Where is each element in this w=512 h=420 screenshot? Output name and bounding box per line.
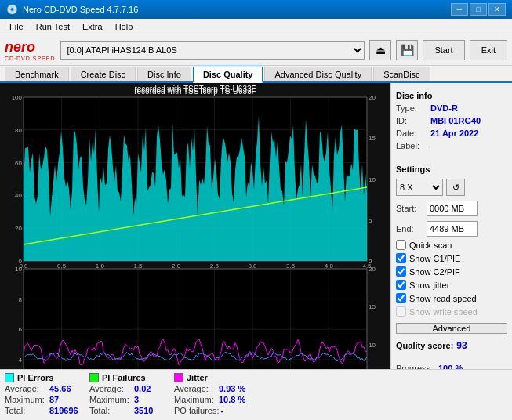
maximize-button[interactable]: □ xyxy=(470,3,487,16)
tabs-bar: Benchmark Create Disc Disc Info Disc Qua… xyxy=(0,66,512,83)
charts-area: recorded with TSSTcorp TS-U633F xyxy=(0,83,390,369)
show-c1-label: Show C1/PIE xyxy=(409,254,460,263)
jitter-group: Jitter Average: 9.93 % Maximum: 10.8 % P… xyxy=(174,373,252,417)
end-mb-row: End: xyxy=(396,221,507,237)
nero-sub-logo: CD·DVD SPEED xyxy=(5,56,56,61)
pi-max-value: 87 xyxy=(49,395,59,404)
eject-button[interactable]: ⏏ xyxy=(369,40,391,60)
pif-total-value: 3510 xyxy=(134,406,153,415)
menu-file[interactable]: File xyxy=(3,20,30,33)
chart-title: recorded with TSSTcorp TS-U633F xyxy=(134,85,256,93)
disc-info-title: Disc info xyxy=(396,91,507,100)
show-write-checkbox xyxy=(396,306,406,317)
save-button[interactable]: 💾 xyxy=(396,40,418,60)
settings-title: Settings xyxy=(396,165,507,174)
disc-id-row: ID: MBI 01RG40 xyxy=(396,116,507,125)
progress-rows: Progress: 100 % Position: 4488 MB Speed:… xyxy=(396,364,507,369)
pi-failures-group: PI Failures Average: 0.02 Maximum: 3 Tot… xyxy=(89,373,168,417)
menu-run-test[interactable]: Run Test xyxy=(30,20,76,33)
quick-scan-checkbox[interactable] xyxy=(396,240,406,250)
jit-max-label: Maximum: xyxy=(174,395,217,404)
start-mb-row: Start: xyxy=(396,201,507,216)
pif-max-row: Maximum: 3 xyxy=(89,395,168,404)
minimize-button[interactable]: ─ xyxy=(451,3,468,16)
po-failures-value: - xyxy=(220,406,223,415)
drive-select[interactable]: [0:0] ATAPI iHAS124 B AL0S xyxy=(60,41,365,60)
jitter-legend xyxy=(174,373,183,382)
pi-errors-title: PI Errors xyxy=(17,373,53,382)
start-button[interactable]: Start xyxy=(423,40,464,60)
show-write-label: Show write speed xyxy=(409,307,478,317)
po-failures-row: PO failures: - xyxy=(174,406,252,415)
tab-scan-disc[interactable]: ScanDisc xyxy=(373,67,430,81)
speed-row: 8 X ↺ xyxy=(396,179,507,196)
pi-max-label: Maximum: xyxy=(5,395,48,404)
stats-bar: PI Errors Average: 45.66 Maximum: 87 Tot… xyxy=(0,369,512,420)
tab-advanced-disc-quality[interactable]: Advanced Disc Quality xyxy=(264,67,372,81)
end-mb-label: End: xyxy=(396,224,423,234)
show-read-label: Show read speed xyxy=(409,294,477,303)
menu-help[interactable]: Help xyxy=(109,20,140,33)
show-jitter-label: Show jitter xyxy=(409,281,449,290)
disc-type-value: DVD-R xyxy=(430,103,458,113)
tab-disc-info[interactable]: Disc Info xyxy=(137,67,191,81)
disc-date-row: Date: 21 Apr 2022 xyxy=(396,129,507,138)
disc-label-label: Label: xyxy=(396,141,427,150)
close-button[interactable]: ✕ xyxy=(488,3,506,16)
refresh-button[interactable]: ↺ xyxy=(446,179,465,196)
pi-total-value: 819696 xyxy=(49,406,78,415)
jitter-header: Jitter xyxy=(174,373,252,382)
speed-select[interactable]: 8 X xyxy=(396,179,443,196)
menu-extra[interactable]: Extra xyxy=(76,20,109,33)
progress-label: Progress: xyxy=(396,364,435,369)
pif-max-label: Maximum: xyxy=(89,395,133,404)
pi-errors-legend xyxy=(5,373,14,382)
pif-total-label: Total: xyxy=(89,406,133,415)
disc-label-row: Label: - xyxy=(396,141,507,150)
pi-failures-legend xyxy=(89,373,99,382)
jitter-title: Jitter xyxy=(187,373,208,382)
show-jitter-checkbox[interactable] xyxy=(396,280,406,290)
show-write-row: Show write speed xyxy=(396,306,507,317)
title-bar-controls: ─ □ ✕ xyxy=(451,3,506,16)
end-mb-input[interactable] xyxy=(427,221,478,237)
advanced-button[interactable]: Advanced xyxy=(396,323,507,334)
pi-total-label: Total: xyxy=(5,406,48,415)
pif-max-value: 3 xyxy=(134,395,139,404)
show-c2-checkbox[interactable] xyxy=(396,266,406,277)
quick-scan-row: Quick scan xyxy=(396,240,507,250)
pi-failures-header: PI Failures xyxy=(89,373,168,382)
pif-avg-value: 0.02 xyxy=(134,384,151,393)
disc-date-value: 21 Apr 2022 xyxy=(430,129,478,138)
title-bar-left: 💿 Nero CD-DVD Speed 4.7.7.16 xyxy=(6,4,138,15)
show-read-checkbox[interactable] xyxy=(396,293,406,303)
show-c1-checkbox[interactable] xyxy=(396,253,406,263)
toolbar: nero CD·DVD SPEED [0:0] ATAPI iHAS124 B … xyxy=(0,34,512,66)
pi-total-row: Total: 819696 xyxy=(5,406,83,415)
start-mb-input[interactable] xyxy=(427,201,478,216)
tab-disc-quality[interactable]: Disc Quality xyxy=(193,67,263,83)
progress-row: Progress: 100 % xyxy=(396,364,507,369)
jit-avg-value: 9.93 % xyxy=(219,384,245,393)
exit-button[interactable]: Exit xyxy=(470,40,507,60)
tab-benchmark[interactable]: Benchmark xyxy=(5,67,69,81)
quality-score-value: 93 xyxy=(456,340,467,351)
quick-scan-label: Quick scan xyxy=(409,241,452,250)
pi-errors-header: PI Errors xyxy=(5,373,83,382)
pi-avg-row: Average: 45.66 xyxy=(5,384,83,393)
menu-bar: File Run Test Extra Help xyxy=(0,19,512,34)
show-read-row: Show read speed xyxy=(396,293,507,303)
progress-value: 100 % xyxy=(438,364,463,369)
logo: nero CD·DVD SPEED xyxy=(5,39,56,61)
tab-create-disc[interactable]: Create Disc xyxy=(71,67,136,81)
pi-avg-value: 45.66 xyxy=(49,384,71,393)
pi-errors-group: PI Errors Average: 45.66 Maximum: 87 Tot… xyxy=(5,373,83,417)
disc-date-label: Date: xyxy=(396,129,427,138)
pif-total-row: Total: 3510 xyxy=(89,406,168,415)
pi-max-row: Maximum: 87 xyxy=(5,395,83,404)
disc-type-row: Type: DVD-R xyxy=(396,103,507,113)
jit-max-value: 10.8 % xyxy=(219,395,245,404)
info-panel: Disc info Type: DVD-R ID: MBI 01RG40 Dat… xyxy=(390,83,512,369)
title-bar: 💿 Nero CD-DVD Speed 4.7.7.16 ─ □ ✕ xyxy=(0,0,512,19)
quality-score-label: Quality score: xyxy=(396,341,453,350)
